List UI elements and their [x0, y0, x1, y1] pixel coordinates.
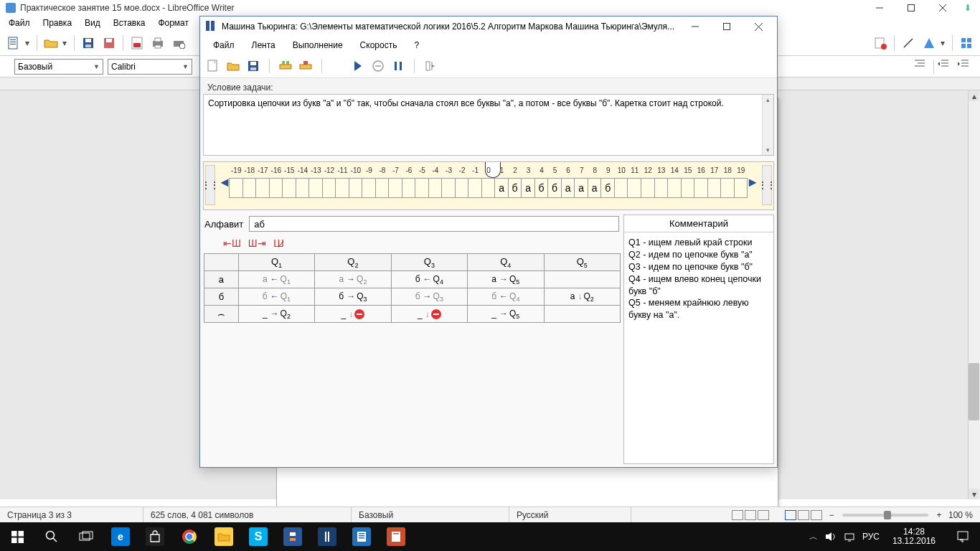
rules-table[interactable]: Q1Q2Q3Q4Q5аа←Q1а→Q2б←Q4а→Q5бб←Q1б→Q3б→Q3… — [204, 253, 621, 323]
tray-lang[interactable]: РУС — [862, 532, 880, 542]
tape-cell[interactable] — [282, 178, 296, 198]
alphabet-input[interactable] — [249, 216, 619, 232]
tape-cell[interactable] — [614, 178, 628, 198]
turing-close-button[interactable] — [743, 17, 774, 37]
start-button[interactable] — [0, 522, 34, 551]
tape-cell[interactable] — [720, 178, 735, 198]
tape-cell[interactable]: б — [547, 178, 562, 198]
tape-cell[interactable]: а — [521, 178, 535, 198]
tape-cell[interactable]: а — [588, 178, 602, 198]
font-name-combo[interactable]: Calibri▼ — [108, 59, 192, 75]
state-header[interactable]: Q2 — [315, 254, 391, 271]
state-header[interactable]: Q1 — [238, 254, 314, 271]
tape-cell[interactable] — [468, 178, 482, 198]
vertical-scrollbar[interactable]: ▴ ▾ — [968, 90, 980, 499]
comment-body[interactable]: Q1 - ищем левый край строкиQ2 - идем по … — [624, 232, 773, 463]
open-button[interactable] — [42, 34, 60, 52]
state-header[interactable]: Q5 — [544, 254, 620, 271]
tape-scroll-right[interactable]: ► — [746, 175, 759, 190]
task-scrollbar[interactable]: ▴▾ — [762, 95, 773, 155]
rule-cell[interactable]: а↓Q2 — [544, 288, 620, 306]
taskbar-writer[interactable] — [344, 522, 379, 551]
view-mode-icons[interactable] — [727, 510, 773, 520]
taskbar-store[interactable] — [138, 522, 172, 551]
close-button[interactable] — [927, 0, 958, 16]
tape-cell[interactable] — [667, 178, 682, 198]
step-button[interactable] — [422, 57, 439, 75]
zoom-slider[interactable] — [842, 514, 928, 517]
tape-cell[interactable] — [255, 178, 270, 198]
taskbar-impress[interactable] — [379, 522, 413, 551]
tape-cell[interactable] — [481, 178, 496, 198]
taskbar-turing-app[interactable] — [310, 522, 344, 551]
turing-menu-speed[interactable]: Скорость — [353, 39, 405, 52]
tray-volume-icon[interactable] — [825, 532, 837, 542]
grid-button[interactable] — [957, 34, 976, 52]
tape-cell[interactable] — [641, 178, 655, 198]
tape-cell[interactable]: б — [600, 178, 615, 198]
turing-menu-tape[interactable]: Лента — [245, 39, 283, 52]
taskbar-save-app[interactable] — [275, 522, 310, 551]
rule-cell[interactable]: а←Q1 — [238, 271, 314, 288]
menu-format[interactable]: Формат — [154, 17, 193, 29]
turing-open-button[interactable] — [225, 57, 242, 75]
tape-cell[interactable]: а — [574, 178, 588, 198]
symbol-row-header[interactable]: б — [204, 288, 239, 306]
decrease-indent-button[interactable] — [937, 59, 954, 75]
menu-file[interactable]: Файл — [4, 17, 34, 29]
state-header[interactable]: Q3 — [391, 254, 467, 271]
rule-cell[interactable]: _↓ — [315, 306, 391, 323]
print-button[interactable] — [149, 34, 167, 52]
tape-cell[interactable]: а — [561, 178, 575, 198]
tape-cells[interactable]: абаббаааб — [230, 178, 748, 198]
export-pdf-button[interactable] — [128, 34, 146, 52]
increase-indent-button[interactable] — [957, 59, 974, 75]
rule-cell[interactable]: _→Q5 — [468, 306, 544, 323]
rule-cell[interactable]: _→Q2 — [238, 306, 314, 323]
tape-cell[interactable] — [308, 178, 323, 198]
search-button[interactable] — [34, 522, 69, 551]
tape-cell[interactable] — [388, 178, 402, 198]
menu-edit[interactable]: Правка — [39, 17, 77, 29]
turing-new-button[interactable] — [204, 57, 222, 75]
zoom-value[interactable]: 100 % — [948, 510, 973, 520]
tape-cell[interactable] — [335, 178, 349, 198]
taskbar-edge[interactable]: e — [103, 522, 138, 551]
shapes-dropdown-icon[interactable]: ▾ — [941, 38, 948, 48]
rule-cell[interactable]: б←Q1 — [238, 288, 314, 306]
taskbar-explorer[interactable] — [207, 522, 241, 551]
tray-clock[interactable]: 14:28 13.12.2016 — [887, 527, 941, 546]
menu-view[interactable]: Вид — [80, 17, 105, 29]
pause-button[interactable] — [390, 57, 407, 75]
turing-menu-help[interactable]: ? — [407, 39, 426, 52]
rule-cell[interactable]: а→Q2 — [315, 271, 391, 288]
status-style[interactable]: Базовый — [352, 507, 509, 522]
save-as-button[interactable] — [100, 34, 118, 52]
stop-button[interactable] — [369, 57, 387, 75]
rule-cell[interactable]: а→Q5 — [468, 271, 544, 288]
tape-cell[interactable] — [296, 178, 310, 198]
task-text[interactable]: Сортировка цепочки из букв "а" и "б" так… — [203, 94, 774, 156]
zoom-in-button[interactable]: + — [934, 510, 944, 520]
delete-col-icon[interactable]: Ш̷ — [273, 237, 284, 249]
menu-insert[interactable]: Вставка — [109, 17, 150, 29]
scroll-down-icon[interactable]: ▾ — [969, 489, 979, 499]
tape-edge-right[interactable]: ⋮⋮ — [762, 165, 772, 205]
tape-cell[interactable] — [242, 178, 257, 198]
rule-cell[interactable] — [544, 271, 620, 288]
turing-save-button[interactable] — [245, 57, 262, 75]
tape-cell[interactable] — [441, 178, 456, 198]
tray-network-icon[interactable] — [844, 532, 855, 542]
symbol-row-header[interactable]: ⌢ — [204, 306, 239, 323]
tray-chevron-up-icon[interactable]: ︿ — [809, 531, 818, 543]
tape-cell[interactable] — [402, 178, 416, 198]
tape-restore-button[interactable] — [297, 57, 314, 75]
run-button[interactable] — [349, 57, 367, 75]
tape-cell[interactable] — [229, 178, 243, 198]
tape-cell[interactable] — [322, 178, 336, 198]
tape-cell[interactable] — [455, 178, 469, 198]
rule-cell[interactable]: б→Q3 — [391, 288, 467, 306]
save-button[interactable] — [79, 34, 98, 52]
tape-edge-left[interactable]: ⋮⋮ — [205, 165, 215, 205]
scrollbar-thumb[interactable] — [969, 363, 979, 420]
